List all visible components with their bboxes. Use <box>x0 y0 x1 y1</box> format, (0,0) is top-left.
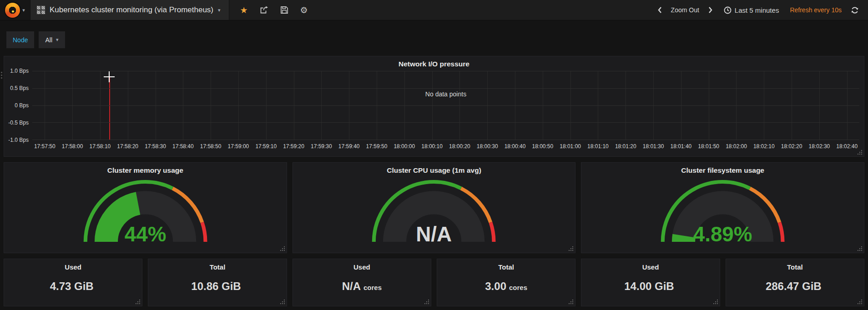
time-controls: Zoom Out Last 5 minutes Refresh every 10… <box>654 0 868 20</box>
x-tick-label: 18:01:00 <box>560 143 581 150</box>
x-tick-label: 17:58:50 <box>200 143 222 150</box>
y-tick-label: 0.5 Bps <box>10 85 29 91</box>
refresh-interval-button[interactable]: Refresh every 10s <box>786 5 845 15</box>
panel-resize-handle[interactable] <box>572 303 573 304</box>
panel-resize-handle[interactable] <box>139 303 140 304</box>
panel-cpu-total: Total 3.00cores <box>437 259 575 306</box>
variable-node-value: All <box>45 36 52 44</box>
memory-gauge: 44% <box>81 178 210 245</box>
dashboard-title-button[interactable]: Kubernetes cluster monitoring (via Prome… <box>30 0 229 20</box>
save-button[interactable] <box>278 4 291 16</box>
panel-resize-handle[interactable] <box>861 154 862 155</box>
time-shift-forward-button[interactable] <box>705 5 717 15</box>
x-tick-label: 18:00:10 <box>421 143 443 150</box>
share-button[interactable] <box>257 4 271 16</box>
panel-memory-used: Used 4.73 GiB <box>4 259 142 306</box>
gridline-horizontal <box>32 71 859 71</box>
panel-resize-handle[interactable] <box>717 303 718 304</box>
panel-title-filesystem[interactable]: Cluster filesystem usage <box>581 163 864 175</box>
network-chart: 1.0 Bps0.5 Bps0 Bps-0.5 Bps-1.0 Bps No d… <box>4 68 864 151</box>
stat-value: 3.00 <box>485 280 506 293</box>
chevron-right-icon <box>708 6 713 14</box>
navbar: ▾ Kubernetes cluster monitoring (via Pro… <box>0 0 868 20</box>
panel-resize-handle[interactable] <box>428 303 429 304</box>
star-icon: ★ <box>240 6 248 15</box>
y-tick-label: 0 Bps <box>15 102 29 109</box>
refresh-button[interactable] <box>848 5 862 16</box>
x-tick-label: 18:02:20 <box>781 143 802 150</box>
panel-resize-handle[interactable] <box>284 303 285 304</box>
grafana-logo <box>5 3 20 18</box>
panel-drag-handle[interactable] <box>1 72 2 73</box>
x-tick-label: 17:58:20 <box>117 143 138 150</box>
x-tick-label: 17:58:10 <box>90 143 111 150</box>
x-tick-label: 18:01:20 <box>615 143 636 150</box>
caret-down-icon: ▾ <box>218 8 221 13</box>
cpu-gauge: N/A <box>369 178 499 245</box>
stat-title[interactable]: Used <box>642 259 659 271</box>
filesystem-gauge: 4.89% <box>658 178 787 245</box>
x-tick-label: 18:01:10 <box>587 143 609 150</box>
variable-node-dropdown[interactable]: All ▾ <box>39 31 65 48</box>
x-tick-label: 18:01:50 <box>698 143 719 150</box>
stat-title[interactable]: Used <box>65 259 81 271</box>
x-tick-label: 17:57:50 <box>34 143 56 150</box>
y-axis: 1.0 Bps0.5 Bps0 Bps-0.5 Bps-1.0 Bps <box>4 71 32 140</box>
stat-title[interactable]: Used <box>353 259 370 271</box>
stat-row: Used 4.73 GiB Total 10.86 GiB Used N/Aco… <box>4 259 864 306</box>
panel-resize-handle[interactable] <box>861 303 862 304</box>
panel-title-memory[interactable]: Cluster memory usage <box>4 163 287 175</box>
clock-icon <box>724 6 732 14</box>
panel-resize-handle[interactable] <box>572 250 573 251</box>
gauge-value: 44% <box>125 223 167 245</box>
dashboard-actions: ★ ⚙ <box>229 0 319 20</box>
stat-title[interactable]: Total <box>498 259 514 271</box>
x-tick-label: 17:59:30 <box>311 143 332 150</box>
y-tick-label: -0.5 Bps <box>8 120 29 126</box>
settings-button[interactable]: ⚙ <box>298 4 311 16</box>
star-button[interactable]: ★ <box>237 4 251 16</box>
dashboard-title: Kubernetes cluster monitoring (via Prome… <box>50 5 213 15</box>
stat-title[interactable]: Total <box>787 259 803 271</box>
x-axis: 17:57:5017:58:0017:58:1017:58:2017:58:30… <box>32 140 859 151</box>
stat-value: 4.73 GiB <box>50 280 94 293</box>
gauge-value: 4.89% <box>693 223 752 245</box>
panel-cluster-filesystem-usage: Cluster filesystem usage 4.89% <box>581 162 864 253</box>
caret-down-icon: ▾ <box>22 8 25 13</box>
x-tick-label: 17:58:30 <box>145 143 166 150</box>
panel-filesystem-used: Used 14.00 GiB <box>581 259 720 306</box>
x-tick-label: 18:02:10 <box>753 143 775 150</box>
x-tick-label: 17:58:40 <box>172 143 194 150</box>
save-icon <box>280 6 288 14</box>
panel-cpu-used: Used N/Acores <box>293 259 431 306</box>
y-tick-label: -1.0 Bps <box>8 137 29 143</box>
time-range-label: Last 5 minutes <box>735 6 779 14</box>
stat-value: 286.47 GiB <box>766 280 822 293</box>
gear-icon: ⚙ <box>300 6 308 15</box>
x-tick-label: 18:00:20 <box>449 143 470 150</box>
x-tick-label: 18:00:00 <box>394 143 415 150</box>
zoom-out-label: Zoom Out <box>671 6 699 14</box>
variable-label-node: Node <box>6 31 34 48</box>
panel-title-network-io[interactable]: Network I/O pressure <box>4 56 864 68</box>
x-tick-label: 18:02:30 <box>809 143 830 150</box>
plot-area[interactable]: No data points <box>32 71 859 140</box>
panel-title-cpu[interactable]: Cluster CPU usage (1m avg) <box>293 163 575 175</box>
stat-suffix: cores <box>363 284 382 291</box>
panel-resize-handle[interactable] <box>861 250 862 251</box>
panel-cluster-memory-usage: Cluster memory usage 44% <box>4 162 287 253</box>
stat-value: 14.00 GiB <box>624 280 674 293</box>
stat-value: N/A <box>342 280 361 293</box>
stat-title[interactable]: Total <box>210 259 226 271</box>
zoom-out-button[interactable]: Zoom Out <box>668 5 702 15</box>
refresh-icon <box>851 6 859 14</box>
time-range-picker[interactable]: Last 5 minutes <box>719 5 784 16</box>
x-tick-label: 17:59:20 <box>283 143 304 150</box>
x-tick-label: 18:00:40 <box>505 143 526 150</box>
stat-suffix: cores <box>509 284 527 291</box>
grafana-menu-button[interactable]: ▾ <box>0 0 30 20</box>
panel-resize-handle[interactable] <box>284 250 285 251</box>
share-icon <box>260 6 268 14</box>
crosshair-cursor <box>104 71 115 82</box>
time-shift-back-button[interactable] <box>654 5 666 15</box>
